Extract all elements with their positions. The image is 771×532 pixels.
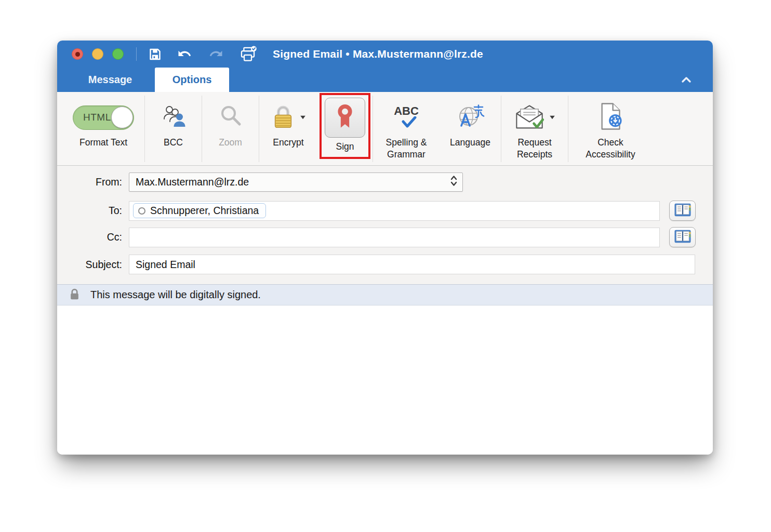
sign-button[interactable] (325, 98, 365, 138)
check-accessibility-button[interactable]: Check Accessibility (568, 92, 653, 165)
language-button[interactable]: Language (440, 92, 501, 165)
stepper-icon (450, 174, 458, 190)
tab-bar: Message Options (57, 68, 713, 92)
close-button[interactable] (72, 48, 83, 60)
minimize-button[interactable] (92, 48, 103, 60)
ribbon-award-icon (335, 104, 355, 132)
receipt-envelope-icon (514, 103, 555, 131)
check-accessibility-label: Check Accessibility (586, 137, 635, 161)
save-icon[interactable] (148, 47, 162, 61)
spelling-label: Spelling & Grammar (386, 137, 427, 161)
titlebar: Signed Email • Max.Mustermann@lrz.de (57, 41, 713, 68)
toggle-knob (111, 107, 133, 128)
zoom-button-disabled: Zoom (202, 92, 259, 165)
subject-label: Subject: (57, 259, 129, 271)
ribbon-group-format-text: HTML Format Text (62, 92, 144, 165)
sign-label: Sign (336, 141, 354, 153)
subject-input[interactable] (129, 255, 695, 274)
bcc-label: BCC (164, 137, 183, 149)
lock-icon (69, 287, 80, 303)
cc-address-book-button[interactable] (669, 227, 696, 247)
spelling-grammar-button[interactable]: ABC Spelling & Grammar (373, 92, 440, 165)
recipient-chip[interactable]: Schnupperer, Christiana (133, 203, 266, 218)
bcc-people-icon (161, 104, 187, 130)
message-body[interactable] (57, 305, 713, 455)
to-field[interactable]: Schnupperer, Christiana (129, 201, 660, 221)
sign-annotation-box: Sign (320, 93, 370, 159)
cc-field[interactable] (129, 228, 660, 247)
format-text-label: Format Text (79, 137, 127, 149)
html-toggle-label: HTML (83, 112, 111, 123)
bcc-button[interactable]: BCC (145, 92, 202, 165)
html-format-toggle[interactable]: HTML (73, 105, 134, 130)
to-address-book-button[interactable] (669, 201, 696, 221)
header-form: From: Max.Mustermann@lrz.de To: Schnuppe… (57, 166, 713, 284)
unsaved-dot (75, 52, 80, 57)
signed-info-bar: This message will be digitally signed. (57, 284, 713, 305)
request-receipts-button[interactable]: Request Receipts (501, 92, 568, 165)
tab-options[interactable]: Options (155, 68, 229, 92)
tab-message[interactable]: Message (81, 68, 139, 92)
cc-input[interactable] (133, 228, 659, 247)
cc-label: Cc: (57, 231, 129, 243)
window-title: Signed Email • Max.Mustermann@lrz.de (273, 48, 483, 60)
abc-icon-text: ABC (394, 105, 419, 117)
encrypt-dropdown-arrow[interactable] (300, 116, 305, 119)
print-icon[interactable] (238, 46, 257, 63)
titlebar-divider (136, 47, 137, 61)
receipts-dropdown-arrow[interactable] (550, 116, 555, 119)
from-select[interactable]: Max.Mustermann@lrz.de (129, 172, 463, 192)
redo-icon (208, 47, 223, 61)
language-label: Language (450, 137, 490, 149)
ribbon: HTML Format Text (57, 92, 713, 166)
compose-window: Signed Email • Max.Mustermann@lrz.de Mes… (57, 41, 713, 455)
magnifier-icon (219, 104, 243, 130)
presence-icon (138, 207, 145, 215)
sign-group: Sign (317, 92, 373, 165)
collapse-ribbon-icon[interactable] (680, 74, 693, 87)
encrypt-label: Encrypt (273, 137, 303, 149)
padlock-icon (271, 104, 306, 130)
spellcheck-icon: ABC (394, 105, 419, 130)
recipient-name: Schnupperer, Christiana (150, 205, 259, 217)
traffic-lights (72, 48, 124, 60)
zoom-label: Zoom (219, 137, 242, 149)
from-label: From: (57, 176, 129, 188)
undo-icon[interactable] (177, 47, 193, 61)
to-label: To: (57, 205, 129, 217)
globe-language-icon (456, 103, 485, 132)
signed-info-text: This message will be digitally signed. (90, 289, 261, 301)
maximize-button[interactable] (112, 48, 124, 60)
request-receipts-label: Request Receipts (517, 137, 552, 161)
from-value: Max.Mustermann@lrz.de (136, 176, 249, 188)
accessibility-doc-icon (597, 102, 624, 133)
quick-access-toolbar (148, 46, 257, 63)
encrypt-button[interactable]: Encrypt (259, 92, 317, 165)
address-book-icon (673, 228, 693, 247)
address-book-icon (673, 202, 693, 220)
